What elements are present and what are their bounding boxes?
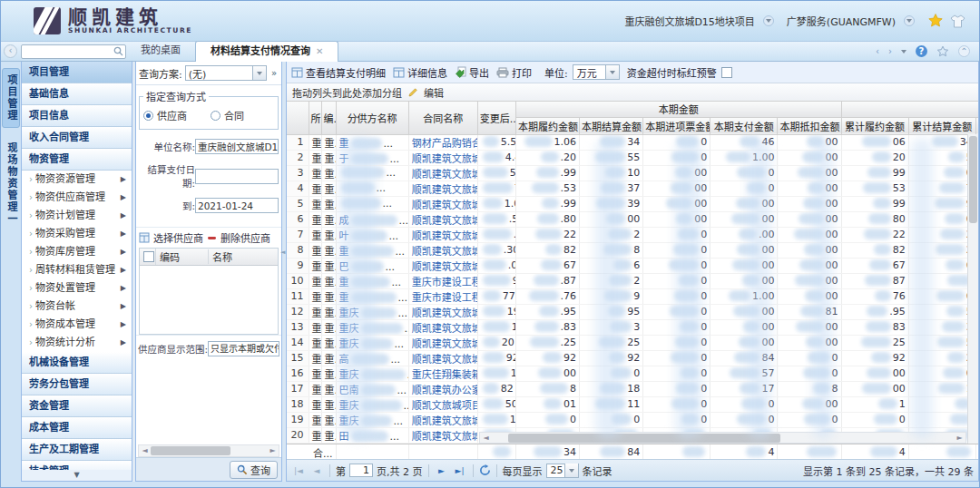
sidebar-section-项目信息[interactable]: 项目信息 (22, 105, 132, 127)
delete-supplier-button[interactable]: 删除供应商 (220, 230, 270, 245)
select-supplier-button[interactable]: 选择供应商 (153, 230, 203, 245)
contract-link[interactable]: 钢材产品购销合同 (412, 138, 478, 150)
table-row[interactable]: 11重..重..重...重庆市建设工程...77.76901.0000766 (287, 288, 978, 304)
contract-link[interactable]: 重庆市建设工程... (412, 292, 478, 304)
table-row[interactable]: 18重..重..重庆...顺凯文旅城项目...50011100001 (287, 396, 978, 412)
sidebar-section-机械设备管理[interactable]: 机械设备管理 (22, 352, 132, 374)
contract-cell[interactable]: 顺凯建筑文旅城... (408, 181, 477, 196)
sidebar-section-基础信息[interactable]: 基础信息 (22, 83, 132, 105)
table-row[interactable]: 14重..重..重庆...顺凯建筑文旅城...20.252500000255 (287, 335, 978, 350)
view-settlement-detail-button[interactable]: 查看结算支付明细 (291, 65, 386, 80)
scroll-right-icon[interactable]: ► (954, 433, 965, 444)
supplier-cell[interactable]: 重... (336, 242, 408, 258)
supplier-link[interactable]: 叶 (339, 230, 349, 242)
first-page-icon[interactable]: |◄ (291, 464, 306, 478)
last-page-icon[interactable]: ►| (453, 464, 467, 478)
sidebar-item-物资统计分析[interactable]: ›物资统计分析▶ (22, 334, 132, 352)
contract-link[interactable]: 顺凯文旅城项目... (412, 400, 478, 412)
supplier-cell[interactable]: 重... (336, 273, 408, 288)
contract-cell[interactable]: 重庆市建设工程... (408, 288, 477, 304)
contract-link[interactable]: 顺凯建筑文旅城... (412, 153, 478, 165)
col-cumulative-1[interactable]: 累计结算金额 (908, 117, 975, 134)
sidebar-item-周转材料租赁管理[interactable]: ›周转材料租赁管理▶ (22, 261, 132, 279)
col-fixed-4[interactable]: 变更后... (477, 102, 515, 134)
supplier-cell[interactable]: 重庆... (336, 304, 408, 319)
supplier-cell[interactable]: ... (336, 165, 408, 181)
edit-group-button[interactable]: 编辑 (424, 85, 444, 100)
contract-cell[interactable]: 重庆佳翔集装箱... (408, 366, 477, 381)
col-current-4[interactable]: 本期抵扣金额 (778, 117, 841, 134)
sidebar-item-物资计划管理[interactable]: ›物资计划管理▶ (22, 207, 132, 225)
col-cumulative-2[interactable]: 累计... (975, 117, 978, 134)
overpay-warning-checkbox[interactable] (721, 67, 732, 78)
contract-link[interactable]: 顺凯建筑文旅城... (412, 184, 478, 196)
tab-close-icon[interactable]: ✕ (316, 42, 323, 62)
contract-cell[interactable]: 钢材产品购销合同 (408, 134, 477, 150)
col-fixed-1[interactable]: 编.. (321, 102, 336, 134)
project-selector[interactable]: 重庆融创文旅城D15地块项目 (624, 14, 754, 28)
nav-back-icon[interactable]: ‹ (4, 44, 17, 58)
tab-my-desktop[interactable]: 我的桌面 (126, 41, 195, 62)
unit-select[interactable]: 万元 (573, 64, 620, 80)
supplier-link[interactable]: 重庆 (339, 323, 359, 335)
prev-page-icon[interactable]: ◄ (309, 464, 324, 478)
contract-link[interactable]: 重庆市建设工程... (412, 277, 478, 288)
grid-vscrollbar[interactable] (967, 134, 978, 444)
supplier-link[interactable]: 成 (339, 215, 349, 227)
supplier-cell[interactable]: 于... (336, 150, 408, 165)
supplier-cell[interactable]: 重... (336, 134, 408, 150)
supplier-cell[interactable]: 巴南... (336, 381, 408, 396)
contract-cell[interactable]: 顺凯建筑文旅城... (408, 211, 477, 227)
table-row[interactable]: 13重..重..重庆...顺凯建筑文旅城...15.83300000833 (287, 319, 978, 335)
supplier-cell[interactable]: 重庆... (336, 366, 408, 381)
supplier-cell[interactable]: ... (336, 181, 408, 196)
contract-cell[interactable]: 顺凯建筑文旅城... (408, 165, 477, 181)
chevron-down-icon[interactable] (564, 464, 578, 477)
tab-list-dropdown-icon[interactable] (901, 50, 906, 54)
supplier-link[interactable]: 巴 (339, 261, 349, 273)
table-row[interactable]: 15重..重..高...顺凯建筑文旅城...9292920840922 (287, 350, 978, 366)
supplier-cell[interactable]: 重庆... (336, 335, 408, 350)
sidebar-item-物资采购管理[interactable]: ›物资采购管理▶ (22, 225, 132, 243)
table-row[interactable]: 1重..重..重...钢材产品购销合同5.561.0634046000634 (287, 134, 978, 150)
refresh-icon[interactable] (479, 464, 491, 476)
supplier-link[interactable]: 高 (339, 354, 349, 366)
theme-shirt-icon[interactable] (949, 14, 966, 29)
supplier-cell[interactable]: ... (336, 196, 408, 211)
panel-splitter[interactable] (282, 62, 286, 482)
sidebar-item-物资资源管理[interactable]: ›物资资源管理▶ (22, 171, 132, 189)
scroll-left-icon[interactable]: ◄ (139, 445, 151, 456)
contract-link[interactable]: 顺凯建筑文旅城... (412, 169, 478, 181)
contract-cell[interactable]: 顺凯建筑文旅城... (408, 242, 477, 258)
query-panel-hscrollbar[interactable]: ◄ ► (138, 444, 279, 457)
table-row[interactable]: 7重..重..叶...顺凯建筑文旅城....902220.0000222 (287, 227, 978, 242)
col-current-0[interactable]: 本期履约金额 (515, 117, 579, 134)
supplier-link[interactable]: 重庆 (339, 369, 359, 381)
contract-link[interactable]: 顺凯建筑文旅城... (412, 246, 478, 258)
supplier-link[interactable]: 重庆 (339, 415, 359, 427)
col-cumulative-0[interactable]: 累计履约金额 (841, 117, 908, 134)
field-input-1[interactable] (195, 169, 279, 184)
sidebar-item-物资成本管理[interactable]: ›物资成本管理▶ (22, 316, 132, 334)
table-row[interactable]: 3重..重.....顺凯建筑文旅城...5.50.991000000990 (287, 165, 978, 181)
supplier-cell[interactable]: 重庆... (336, 319, 408, 335)
contract-link[interactable]: 顺凯建筑文旅城... (412, 230, 478, 242)
contract-link[interactable]: 顺凯建筑文旅城... (412, 261, 478, 273)
contract-cell[interactable]: 顺凯建筑文旅城... (408, 335, 477, 350)
sidebar-section-物资管理[interactable]: 物资管理 (22, 149, 132, 171)
sidebar-scroll-down-icon[interactable]: ▼ (22, 470, 132, 481)
supplier-cell[interactable]: 成... (336, 211, 408, 227)
contract-cell[interactable]: 顺凯建筑办公家... (408, 381, 477, 396)
colgroup-cumulative[interactable] (841, 102, 978, 117)
page-number-input[interactable]: 1 (349, 464, 373, 477)
sidebar-item-物资供应商管理[interactable]: ›物资供应商管理▶ (22, 189, 132, 207)
contract-link[interactable]: 顺凯建筑文旅城... (412, 354, 478, 366)
field-input-2[interactable]: 2021-01-24 (195, 198, 279, 213)
supplier-link[interactable]: 巴南 (339, 385, 359, 396)
scroll-right-icon[interactable]: ► (267, 445, 279, 456)
supplier-cell[interactable]: 重... (336, 288, 408, 304)
mini-grid-col-code[interactable]: 编码 (156, 249, 209, 264)
contract-link[interactable]: 顺凯建筑文旅城... (412, 338, 478, 350)
supplier-cell[interactable]: 高... (336, 350, 408, 366)
module-tab-项目管理[interactable]: 项目管理 (2, 68, 20, 128)
